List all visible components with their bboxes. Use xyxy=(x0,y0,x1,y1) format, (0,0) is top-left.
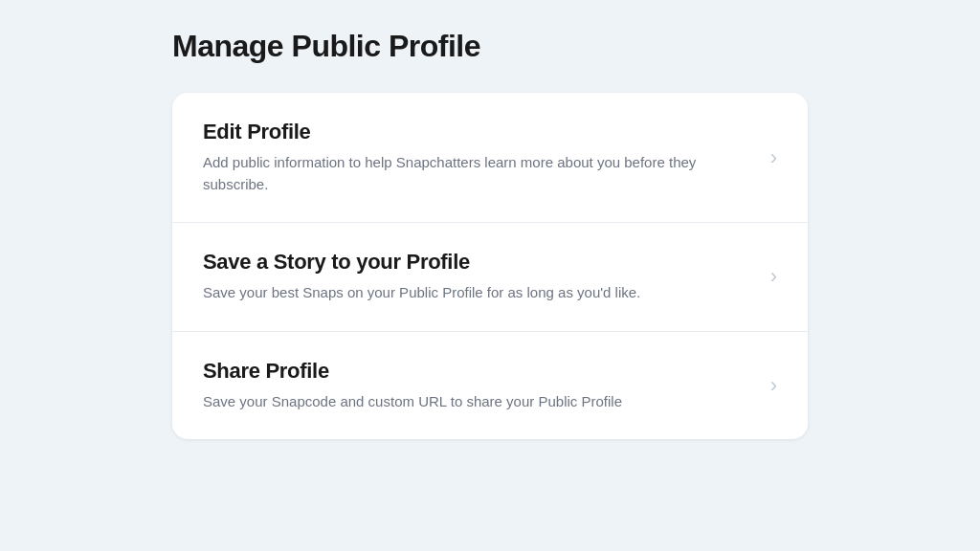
page-container: Manage Public Profile Edit Profile Add p… xyxy=(0,0,980,551)
menu-item-share-profile-title: Share Profile xyxy=(203,359,755,384)
chevron-right-icon: › xyxy=(770,373,777,398)
menu-item-save-story-description: Save your best Snaps on your Public Prof… xyxy=(203,282,739,304)
menu-item-share-profile-description: Save your Snapcode and custom URL to sha… xyxy=(203,391,739,413)
menu-card: Edit Profile Add public information to h… xyxy=(172,93,808,439)
chevron-right-icon: › xyxy=(770,145,777,170)
menu-item-edit-profile-title: Edit Profile xyxy=(203,120,755,144)
menu-item-edit-profile-content: Edit Profile Add public information to h… xyxy=(203,120,770,195)
menu-item-share-profile-content: Share Profile Save your Snapcode and cus… xyxy=(203,359,770,413)
menu-item-share-profile[interactable]: Share Profile Save your Snapcode and cus… xyxy=(172,332,808,440)
chevron-right-icon: › xyxy=(770,264,777,289)
menu-item-save-story[interactable]: Save a Story to your Profile Save your b… xyxy=(172,223,808,332)
menu-item-edit-profile-description: Add public information to help Snapchatt… xyxy=(203,152,739,195)
menu-item-save-story-title: Save a Story to your Profile xyxy=(203,250,755,275)
menu-item-edit-profile[interactable]: Edit Profile Add public information to h… xyxy=(172,93,808,223)
menu-item-save-story-content: Save a Story to your Profile Save your b… xyxy=(203,250,770,304)
page-title: Manage Public Profile xyxy=(172,29,808,64)
